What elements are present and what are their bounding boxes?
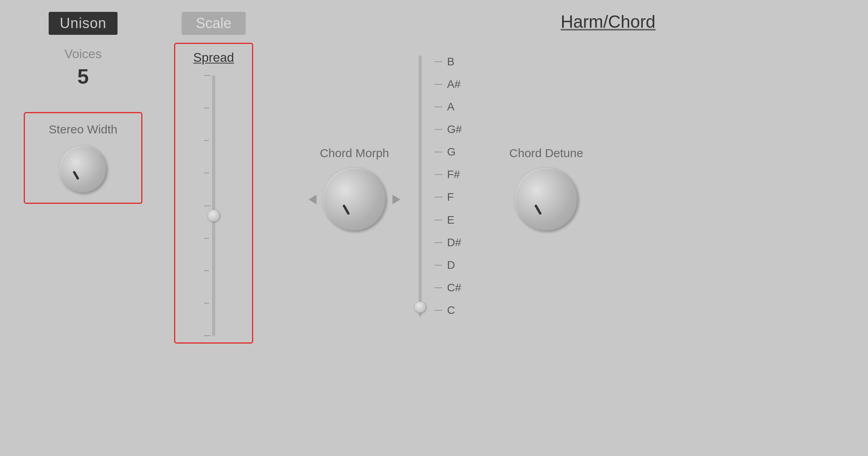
note-label-Csharp: C# xyxy=(434,281,462,294)
chord-morph-row xyxy=(309,168,400,231)
note-scale-track xyxy=(419,55,422,317)
stereo-width-box: Stereo Width xyxy=(24,112,142,204)
note-label-C: C xyxy=(434,304,462,317)
voices-label: Voices xyxy=(64,47,102,61)
scale-slider-box: Spread xyxy=(174,43,253,344)
note-label-Asharp: A# xyxy=(434,78,462,91)
note-text: F# xyxy=(447,168,460,181)
note-text: A xyxy=(447,101,455,113)
note-text: D# xyxy=(447,236,461,249)
spread-slider-thumb[interactable] xyxy=(208,210,220,222)
note-dash-icon xyxy=(434,197,442,198)
note-label-G: G xyxy=(434,146,462,158)
chord-detune-section: Chord Detune xyxy=(509,146,583,231)
chord-detune-knob-container xyxy=(515,168,578,231)
note-text: D xyxy=(447,259,455,272)
note-label-B: B xyxy=(434,55,462,68)
note-dash-icon xyxy=(434,84,442,85)
chord-detune-label: Chord Detune xyxy=(509,146,583,160)
note-label-D: D xyxy=(434,259,462,272)
note-scale-slider[interactable] xyxy=(412,55,428,317)
note-label-A: A xyxy=(434,101,462,113)
note-label-Gsharp: G# xyxy=(434,123,462,136)
note-dash-icon xyxy=(434,129,442,130)
note-dash-icon xyxy=(434,310,442,311)
chord-morph-arrow-left-icon xyxy=(309,195,316,204)
harm-chord-section: Harm/Chord Chord Morph xyxy=(293,12,844,317)
chord-morph-label: Chord Morph xyxy=(320,146,389,160)
note-dash-icon xyxy=(434,220,442,220)
spread-slider[interactable] xyxy=(202,75,226,336)
chord-morph-arrow-right-icon xyxy=(392,195,400,204)
note-scale-container: B A# A G# G xyxy=(412,44,462,317)
note-dash-icon xyxy=(434,106,442,107)
scale-section: Scale Spread xyxy=(174,12,253,344)
note-label-F: F xyxy=(434,191,462,203)
spread-slider-track xyxy=(212,75,215,336)
scale-badge[interactable]: Scale xyxy=(182,12,246,35)
harm-chord-body: Chord Morph xyxy=(293,44,844,317)
note-text: E xyxy=(447,214,455,226)
harm-chord-title: Harm/Chord xyxy=(561,12,656,32)
stereo-width-knob[interactable] xyxy=(59,146,107,193)
chord-morph-section: Chord Morph xyxy=(309,146,400,231)
spread-label: Spread xyxy=(193,50,234,65)
note-labels: B A# A G# G xyxy=(434,55,462,317)
unison-section: Unison Voices 5 Stereo Width xyxy=(24,12,142,204)
note-text: G# xyxy=(447,123,462,136)
unison-badge[interactable]: Unison xyxy=(49,12,118,35)
stereo-width-knob-container xyxy=(59,146,107,193)
chord-detune-knob[interactable] xyxy=(515,168,578,231)
chord-morph-knob[interactable] xyxy=(323,168,386,231)
note-dash-icon xyxy=(434,174,442,175)
note-text: C# xyxy=(447,281,461,294)
note-text: F xyxy=(447,191,454,203)
note-dash-icon xyxy=(434,287,442,288)
note-dash-icon xyxy=(434,265,442,266)
note-label-E: E xyxy=(434,214,462,226)
chord-morph-knob-container xyxy=(323,168,386,231)
stereo-width-label: Stereo Width xyxy=(49,123,117,136)
note-text: C xyxy=(447,304,455,317)
note-text: B xyxy=(447,55,455,68)
note-text: G xyxy=(447,146,456,158)
main-container: Unison Voices 5 Stereo Width Scale Sprea… xyxy=(0,0,868,456)
note-dash-icon xyxy=(434,152,442,152)
note-text: A# xyxy=(447,78,461,91)
voices-value: 5 xyxy=(78,65,89,88)
note-label-Dsharp: D# xyxy=(434,236,462,249)
note-dash-icon xyxy=(434,61,442,62)
note-scale-thumb[interactable] xyxy=(415,302,426,313)
note-label-Fsharp: F# xyxy=(434,168,462,181)
note-dash-icon xyxy=(434,242,442,243)
